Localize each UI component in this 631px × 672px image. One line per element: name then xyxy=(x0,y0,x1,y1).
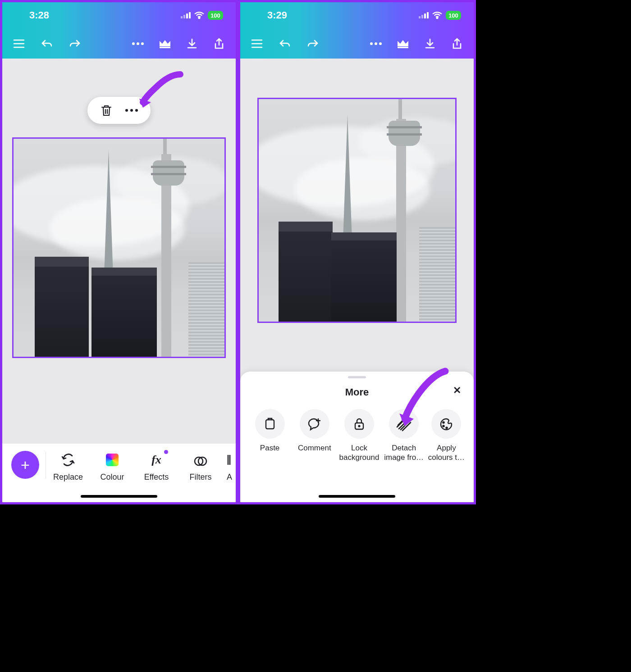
status-time: 3:28 xyxy=(29,9,49,21)
svg-rect-13 xyxy=(398,47,408,48)
action-comment[interactable]: Comment xyxy=(292,409,337,463)
action-paste[interactable]: Paste xyxy=(247,409,292,463)
signal-icon xyxy=(181,12,191,18)
selected-image[interactable] xyxy=(12,137,226,358)
wifi-icon xyxy=(432,12,442,19)
status-icons: 100 xyxy=(181,11,223,20)
download-icon[interactable] xyxy=(423,37,437,50)
redo-icon[interactable] xyxy=(306,37,320,50)
svg-point-16 xyxy=(359,426,360,427)
selected-image[interactable] xyxy=(257,98,457,323)
wifi-icon xyxy=(194,12,204,19)
paste-icon xyxy=(255,409,285,439)
battery-indicator: 100 xyxy=(208,11,223,20)
toolbar-label: A xyxy=(227,472,232,482)
lock-icon xyxy=(344,409,374,439)
toolbar-item-effects[interactable]: fx Effects xyxy=(134,449,178,482)
app-header: 3:29 100 xyxy=(240,2,474,59)
toolbar-label: Replace xyxy=(53,472,83,482)
partial-icon xyxy=(221,452,236,468)
trash-icon[interactable] xyxy=(100,104,113,117)
effects-icon: fx xyxy=(148,452,165,468)
undo-icon[interactable] xyxy=(40,37,54,50)
svg-rect-2 xyxy=(186,14,188,18)
signal-icon xyxy=(419,12,429,18)
toolbar-label: Filters xyxy=(190,472,212,482)
action-label: Lock background xyxy=(337,443,381,463)
bottom-toolbar: + Replace Colour fx Effects Filters A xyxy=(2,444,236,502)
svg-rect-5 xyxy=(160,47,170,48)
annotation-arrow-icon xyxy=(397,366,451,429)
redo-icon[interactable] xyxy=(68,37,82,50)
toolbar-label: Colour xyxy=(100,472,124,482)
add-button[interactable]: + xyxy=(11,451,39,479)
replace-icon xyxy=(60,452,76,468)
action-lock-background[interactable]: Lock background xyxy=(337,409,381,463)
app-header: 3:28 100 xyxy=(2,2,236,59)
status-bar: 3:29 100 xyxy=(240,2,474,28)
city-photo xyxy=(14,139,224,357)
close-icon[interactable]: ✕ xyxy=(450,384,464,397)
status-icons: 100 xyxy=(419,11,461,20)
svg-rect-14 xyxy=(266,420,274,429)
city-photo xyxy=(259,99,455,322)
screenshot-left: 3:28 100 xyxy=(0,0,238,504)
home-indicator xyxy=(81,495,157,498)
crown-icon[interactable] xyxy=(158,37,172,50)
more-header-icon[interactable] xyxy=(131,37,145,50)
crown-icon[interactable] xyxy=(396,37,410,50)
battery-indicator: 100 xyxy=(446,11,461,20)
toolbar-item-next-partial[interactable]: A xyxy=(223,449,236,482)
toolbar-item-filters[interactable]: Filters xyxy=(178,449,223,482)
annotation-arrow-icon xyxy=(137,70,187,110)
action-label: Paste xyxy=(260,443,279,453)
header-toolbar xyxy=(2,28,236,59)
svg-rect-3 xyxy=(189,12,191,18)
share-icon[interactable] xyxy=(212,37,226,50)
more-pill-icon[interactable] xyxy=(125,104,138,117)
sheet-title: More xyxy=(345,386,369,398)
svg-point-4 xyxy=(199,18,200,19)
menu-icon[interactable] xyxy=(250,37,264,50)
home-indicator xyxy=(319,495,395,498)
status-bar: 3:28 100 xyxy=(2,2,236,28)
header-toolbar xyxy=(240,28,474,59)
screenshot-right: 3:29 100 xyxy=(238,0,476,504)
sheet-handle[interactable] xyxy=(348,376,366,378)
toolbar-label: Effects xyxy=(144,472,169,482)
svg-rect-1 xyxy=(183,15,185,18)
undo-icon[interactable] xyxy=(278,37,292,50)
svg-rect-11 xyxy=(427,12,429,18)
colour-icon xyxy=(104,452,120,468)
svg-rect-9 xyxy=(421,15,423,18)
toolbar-item-colour[interactable]: Colour xyxy=(90,449,134,482)
comment-icon xyxy=(300,409,329,439)
menu-icon[interactable] xyxy=(12,37,26,50)
filters-icon xyxy=(192,452,209,468)
download-icon[interactable] xyxy=(185,37,199,50)
svg-rect-8 xyxy=(419,16,421,18)
svg-point-12 xyxy=(437,18,438,19)
more-header-icon[interactable] xyxy=(369,37,383,50)
action-label: Detach image fro… xyxy=(382,443,426,463)
share-icon[interactable] xyxy=(450,37,464,50)
status-time: 3:29 xyxy=(267,9,287,21)
svg-rect-10 xyxy=(424,14,426,18)
toolbar-item-replace[interactable]: Replace xyxy=(46,449,90,482)
svg-rect-0 xyxy=(181,16,183,18)
action-label: Comment xyxy=(298,443,331,453)
action-label: Apply colours t… xyxy=(426,443,466,463)
